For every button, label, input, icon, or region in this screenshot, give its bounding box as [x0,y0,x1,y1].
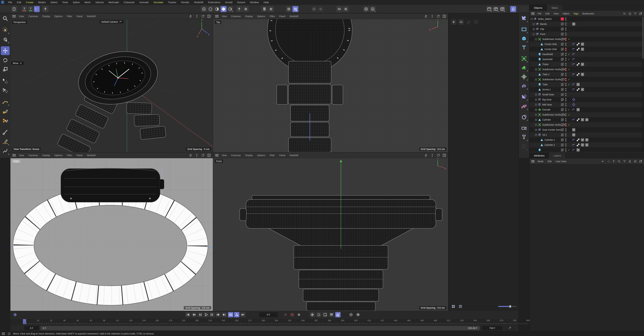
layer-color-chip[interactable] [561,133,564,136]
tag-phong-icon[interactable] [572,138,576,142]
object-name[interactable]: Seiko_Watch [538,18,552,20]
object-name[interactable]: Clip [540,28,544,30]
key-layers-button[interactable] [329,312,334,317]
viewport-menu-panel[interactable]: Panel [74,154,85,157]
tree-row-center-disk[interactable]: Center Disk? [530,42,644,47]
viewport-perspective[interactable]: ViewCamerasDisplayOptionsFilterPanelReds… [10,13,213,152]
visibility-dots[interactable] [565,123,566,126]
viewport-menu-cameras[interactable]: Cameras [26,15,40,18]
tag-uv-icon[interactable] [576,88,580,91]
tree-row-subdivision-surface-5[interactable]: +Subdivision Surface.5✓ [530,122,644,127]
menu-extensions[interactable]: Extensions [206,1,223,4]
layer-color-chip[interactable] [561,123,564,126]
layer-color-chip[interactable] [561,38,564,41]
tag-uv-icon[interactable] [576,138,580,142]
workplane-auto-button[interactable]: A [292,6,298,12]
layer-color-chip[interactable] [561,43,564,46]
autokey-diamond-button[interactable] [12,312,18,317]
quantize-grid-button[interactable] [286,6,292,12]
instance-object[interactable] [520,102,528,110]
object-name[interactable]: HandHold [542,53,553,55]
object-name[interactable]: GearHold [542,58,552,61]
menu-volume[interactable]: Volume [93,1,106,4]
falloff-settings-button[interactable] [318,6,324,12]
viewport-menu-icon[interactable] [215,154,218,156]
tag-phong-icon[interactable] [572,118,576,122]
preview-range-bar[interactable]: 0 F 605.86 F [40,326,480,330]
spline-square-tool[interactable] [1,107,10,115]
spline-pen-tool[interactable] [1,97,10,106]
tag-question-icon[interactable]: ? [576,108,580,111]
tag-phong-icon[interactable] [572,42,576,46]
tree-row-bands[interactable]: +Bands? [530,21,644,26]
tree-row-handhold[interactable]: HandHold✓ [530,52,644,57]
tree-expander-collapse[interactable]: − [530,18,533,20]
go-to-end-button[interactable] [222,312,227,317]
max-frame-field[interactable]: 700 F [482,326,502,330]
tree-row-center-disk[interactable]: Center Disk? [530,47,644,52]
tree-row[interactable]: ✓? [530,147,644,152]
menu-spline[interactable]: Spline [70,1,82,4]
tree-row-screw-1[interactable]: Screw.1? [530,87,644,92]
tree-expander-expand[interactable]: + [533,28,535,30]
bend-deformer[interactable] [520,82,528,90]
keying-settings-button[interactable] [296,312,302,317]
snap-settings-button[interactable] [268,6,274,12]
tag-question-icon[interactable]: ? [581,47,584,51]
light-object[interactable] [520,133,528,141]
null-object[interactable] [520,14,528,22]
material-pencil[interactable] [520,142,528,150]
visibility-dots[interactable] [565,17,566,21]
tag-question-icon[interactable]: ? [576,148,580,152]
viewport-menu-view[interactable]: View [220,15,229,18]
tag-question-icon[interactable]: ? [572,128,576,132]
loop-playback-button[interactable] [228,312,233,317]
tree-row-tube[interactable]: Tube✓? [530,82,644,87]
selection-settings[interactable] [1,35,10,44]
pan-hand-icon[interactable] [424,153,428,157]
layer-color-chip[interactable] [561,58,564,61]
tree-row-tube-2[interactable]: Tube.2? [530,72,644,77]
key-disable-button[interactable] [335,312,340,317]
visibility-dots[interactable] [565,53,566,56]
lock-icon[interactable] [628,160,632,163]
autokeying-button[interactable]: A [290,312,295,317]
tree-expander-expand[interactable]: + [535,124,537,126]
record-position-button[interactable] [283,312,288,317]
tree-row-16-1[interactable]: +16.1? [530,132,644,137]
visibility-dots[interactable] [565,27,566,31]
axis-modify-button[interactable] [42,6,48,12]
box-transform-tool[interactable] [1,86,10,95]
tag-question-icon[interactable]: ? [572,22,576,26]
viewport-menu-filter[interactable]: Filter [65,15,74,18]
dolly-zoom-icon[interactable] [430,14,434,18]
visibility-dots[interactable] [565,83,566,86]
orbit-rotate-icon[interactable] [201,14,205,18]
isolate-auto-button[interactable]: A [370,6,376,12]
range-min-field[interactable]: 0 F [24,326,39,330]
menu-render[interactable]: Render [179,1,192,4]
tag-question-icon[interactable]: ? [585,138,589,142]
target-icon[interactable] [634,160,637,163]
tag-phong-icon[interactable] [572,52,576,56]
viewport-menu-display[interactable]: Display [243,154,255,157]
toolbar-grip-left[interactable] [0,6,10,11]
tree-row-subdivision-surface-9[interactable]: −Subdivision Surface.9✓ [530,37,644,42]
sketch-tool[interactable] [1,146,10,155]
visibility-dots[interactable] [565,48,566,51]
home-icon[interactable] [628,12,632,15]
tag-phong-icon[interactable] [572,88,576,91]
search-icon[interactable] [623,12,626,15]
octane-live-viewer-button[interactable] [510,6,516,12]
object-manager-tab-takes[interactable]: Takes [547,5,562,11]
visibility-dots[interactable] [565,98,566,101]
tree-row-seiko-watch[interactable]: −Seiko_Watch [530,16,644,21]
popout-icon[interactable] [639,12,642,15]
layer-color-chip[interactable] [561,68,564,71]
viewport-menu-icon[interactable] [12,15,16,17]
spline-volume-tool[interactable] [1,116,10,125]
mouse-diamond-button[interactable] [355,312,361,317]
object-name[interactable]: 16.1 [542,133,547,136]
object-name[interactable]: Cylinder [542,118,551,121]
viewport-menu-cameras[interactable]: Cameras [26,154,40,157]
